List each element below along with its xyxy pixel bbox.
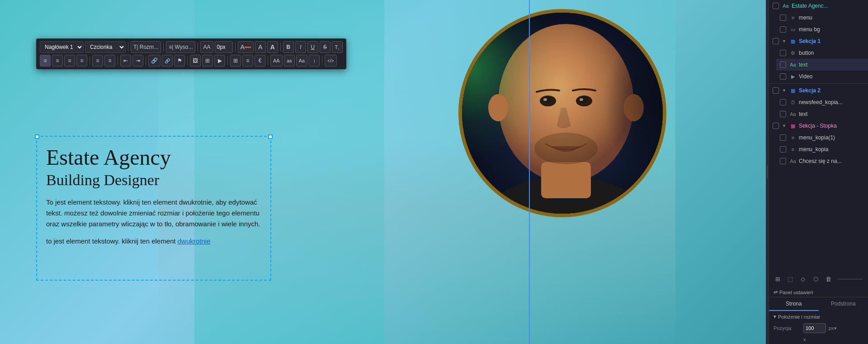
text-content-box[interactable]: Estate Agency Building Designer To jest …: [36, 136, 271, 281]
pozycja-row: Pozycja: px▾: [769, 321, 868, 335]
align-left-btn[interactable]: ≡: [40, 55, 51, 67]
tab-podstrona[interactable]: Podstrona: [819, 297, 868, 311]
device-icon: [780, 134, 786, 141]
layer-icon-rect: ▭: [789, 26, 797, 33]
separator-9: [187, 56, 188, 65]
special-T-btn[interactable]: T꜀: [332, 41, 343, 53]
profile-image: [458, 9, 666, 217]
indent-in-btn[interactable]: ⇥: [132, 55, 143, 67]
table-btn[interactable]: ⊞: [230, 55, 241, 67]
code-btn[interactable]: </>: [325, 55, 336, 67]
svg-point-11: [543, 98, 547, 101]
layer-item-chcesz[interactable]: Aa Chcesz się z na...: [776, 155, 868, 167]
layer-item-video[interactable]: ▶ Video: [776, 71, 868, 82]
pozycja-x-input[interactable]: [803, 323, 826, 333]
indent-out-btn[interactable]: ⇤: [120, 55, 131, 67]
guide-line: [529, 0, 530, 344]
trash-icon-btn[interactable]: 🗑: [823, 274, 833, 284]
device-icon: [780, 14, 786, 21]
video-btn[interactable]: ▶: [214, 55, 225, 67]
align-center-btn[interactable]: ≡: [52, 55, 63, 67]
align-right-btn[interactable]: ≡: [64, 55, 75, 67]
aa-btn[interactable]: AA: [200, 41, 213, 53]
size-dropdown[interactable]: T| Rozm...: [131, 41, 161, 53]
settings-icon: ⇌: [774, 289, 778, 295]
text-toolbar: Nagłówek 1 Czcionka T| Rozm... ≡| Wyso..…: [36, 38, 346, 69]
separator-1: [128, 43, 128, 52]
layer-item-menu-kopia1[interactable]: ≡ menu_kopia(1): [776, 132, 868, 143]
resize-handle-tr[interactable]: [268, 134, 273, 139]
layer-item-newsfeed[interactable]: 🗒 newsfeed_kopia...: [776, 96, 868, 108]
separator-7: [118, 56, 118, 65]
separator-2: [163, 43, 164, 52]
layer-item-sekcja2[interactable]: ▼ ▦ Sekcja 2: [769, 85, 868, 96]
height-dropdown[interactable]: ≡| Wyso...: [166, 41, 195, 53]
strikethrough-btn[interactable]: S: [320, 41, 330, 53]
layer-item-sekcja-stopka[interactable]: ▼ ▦ Sekcja - Stopka: [769, 120, 868, 132]
flag-btn[interactable]: ⚑: [174, 55, 185, 67]
expand-arrow: ▼: [782, 39, 786, 43]
align-justify-btn[interactable]: ≡: [76, 55, 87, 67]
px-input[interactable]: [215, 41, 233, 53]
layer-icon-text: Aa: [782, 2, 789, 10]
layer-item-button[interactable]: ⚙ button: [776, 47, 868, 59]
device-icon: [780, 146, 786, 153]
layer-label: Chcesz się z na...: [799, 158, 864, 164]
diamond-icon-btn[interactable]: ◇: [798, 274, 808, 284]
resize-handle-tl[interactable]: [35, 134, 39, 139]
layers-icon-btn[interactable]: ⬚: [785, 274, 795, 284]
layer-label: Sekcja 2: [799, 87, 864, 94]
italic-btn[interactable]: I: [295, 41, 306, 53]
aa-lower-btn[interactable]: aa: [284, 55, 295, 67]
link-btn[interactable]: 🔗: [148, 55, 160, 67]
layer-icon-button: ⚙: [789, 49, 797, 57]
layer-label: text: [799, 111, 864, 117]
tab-strona[interactable]: Strona: [769, 297, 819, 311]
link-remove-btn[interactable]: 🔗: [162, 55, 173, 67]
device-icon: [780, 62, 786, 68]
layer-item-estate-agency[interactable]: Aa Estate Agenc...: [769, 0, 868, 12]
panel-divider: [769, 83, 868, 84]
layer-label: menu bg: [799, 26, 864, 33]
layer-label: Sekcja 1: [799, 38, 864, 44]
layer-item-sekcja1[interactable]: ▼ ▦ Sekcja 1: [769, 35, 868, 47]
layer-item-menu-bg[interactable]: ▭ menu bg: [776, 24, 868, 35]
aa-title-btn[interactable]: Aa: [296, 55, 307, 67]
pozycja-x-unit[interactable]: px▾: [829, 325, 837, 331]
device-icon: [773, 38, 779, 44]
layer-item-menu[interactable]: ≡ menu: [776, 12, 868, 24]
font-bg-btn[interactable]: A: [255, 41, 266, 53]
body-text-link[interactable]: dwukrotnie: [178, 237, 211, 245]
layer-label: button: [799, 50, 864, 56]
font-select[interactable]: Czcionka: [85, 41, 126, 53]
font-color-btn[interactable]: A: [238, 41, 254, 53]
device-icon: [773, 87, 779, 94]
aa-upper-btn[interactable]: AA: [270, 55, 283, 67]
table-align-btn[interactable]: ≡: [242, 55, 253, 67]
grid-icon-btn[interactable]: ⊞: [773, 274, 783, 284]
special-char-btn[interactable]: ↕: [309, 55, 320, 67]
panel-settings-title: ⇌ Panel ustawień: [769, 287, 868, 297]
bold-btn[interactable]: B: [283, 41, 294, 53]
image-btn[interactable]: 🖼: [190, 55, 201, 67]
link-icon-btn[interactable]: ⬡: [811, 274, 821, 284]
device-icon: [773, 3, 779, 9]
icon-btn-toolbar[interactable]: ⊞: [202, 55, 213, 67]
list-ul-btn[interactable]: ≡: [92, 55, 103, 67]
layer-item-text2[interactable]: Aa text: [776, 108, 868, 120]
layer-item-menu-kopia[interactable]: ≡ menu_kopia: [776, 143, 868, 155]
list-ol-btn[interactable]: ≡: [104, 55, 115, 67]
layer-label: newsfeed_kopia...: [799, 99, 864, 105]
font-a-btn[interactable]: A: [267, 41, 278, 53]
svg-point-14: [488, 94, 508, 121]
style-select[interactable]: Nagłówek 1: [40, 41, 84, 53]
separator-5: [280, 43, 281, 52]
euro-btn[interactable]: €: [255, 55, 265, 67]
device-icon: [773, 123, 779, 129]
layer-item-text1[interactable]: Aa text: [776, 59, 868, 71]
face-simulation: [462, 13, 663, 214]
panel-tabs: Strona Podstrona: [769, 297, 868, 311]
layer-label: Estate Agenc...: [792, 3, 864, 9]
layer-icon-text2: Aa: [789, 110, 797, 118]
underline-btn[interactable]: U: [307, 41, 318, 53]
